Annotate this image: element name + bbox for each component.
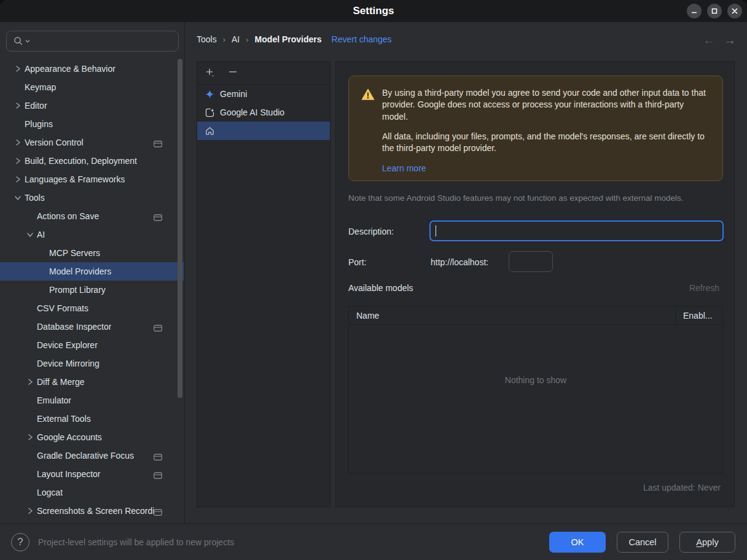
provider-list: Gemini Google AI Studio — [197, 85, 330, 140]
tree-toggle[interactable] — [23, 231, 37, 238]
window-badge-icon — [154, 325, 162, 332]
sidebar-item-prompt-library[interactable]: Prompt Library — [0, 281, 177, 299]
sidebar-item-logcat[interactable]: Logcat — [0, 483, 177, 502]
sidebar-item-database-inspector[interactable]: Database Inspector — [0, 317, 177, 336]
configurable-badge — [154, 213, 162, 223]
sidebar-item-version-control[interactable]: Version Control — [0, 133, 177, 152]
sidebar-item-actions-on-save[interactable]: Actions on Save — [0, 207, 177, 225]
column-header-enabled[interactable]: Enabl... — [675, 306, 722, 325]
add-provider-button[interactable] — [205, 68, 217, 79]
settings-tree: Appearance & BehaviorKeymap EditorPlugin… — [0, 60, 177, 520]
sidebar-item-keymap[interactable]: Keymap — [0, 78, 177, 96]
configurable-badge — [154, 453, 162, 462]
close-button[interactable] — [727, 4, 742, 18]
sidebar-item-label: Logcat — [37, 488, 63, 497]
forward-arrow-icon[interactable]: → — [724, 33, 736, 47]
sidebar-item-label: Appearance & Behavior — [25, 64, 115, 74]
sidebar-item-label: Device Mirroring — [37, 359, 100, 368]
sidebar-item-gradle-declarative-focus[interactable]: Gradle Declarative Focus — [0, 446, 177, 465]
sidebar-item-emulator[interactable]: Emulator — [0, 391, 177, 410]
tree-toggle[interactable] — [23, 378, 37, 386]
breadcrumb-tools[interactable]: Tools — [197, 34, 217, 44]
provider-item-google-ai-studio[interactable]: Google AI Studio — [197, 103, 330, 122]
port-field[interactable] — [509, 251, 553, 272]
help-button[interactable]: ? — [11, 533, 29, 551]
sidebar-item-screenshots-screen-recordi[interactable]: Screenshots & Screen Recordi — [0, 502, 177, 520]
tree-toggle[interactable] — [23, 507, 37, 515]
back-arrow-icon[interactable]: ← — [703, 33, 715, 47]
project-level-hint: Project-level settings will be applied t… — [38, 537, 234, 547]
sidebar-item-layout-inspector[interactable]: Layout Inspector — [0, 465, 177, 483]
cancel-button[interactable]: Cancel — [617, 532, 668, 553]
text-caret — [436, 225, 436, 236]
sidebar-item-label: AI — [37, 230, 45, 239]
tree-toggle[interactable] — [23, 434, 37, 441]
external-models-note: Note that some Android Studio features m… — [348, 193, 684, 203]
maximize-button[interactable] — [707, 4, 722, 18]
window-badge-icon — [154, 509, 162, 516]
sidebar-item-google-accounts[interactable]: Google Accounts — [0, 428, 177, 446]
sidebar-item-label: Tools — [25, 193, 45, 203]
sidebar-item-device-mirroring[interactable]: Device Mirroring — [0, 354, 177, 373]
breadcrumb: Tools › AI › Model Providers Revert chan… — [197, 31, 392, 48]
ok-button[interactable]: OK — [549, 532, 606, 553]
sidebar-item-label: Actions on Save — [37, 211, 99, 221]
revert-changes-link[interactable]: Revert changes — [332, 34, 392, 44]
breadcrumb-model-providers: Model Providers — [255, 34, 322, 44]
learn-more-link[interactable]: Learn more — [382, 163, 426, 173]
tree-toggle[interactable] — [11, 139, 25, 146]
sidebar-item-device-explorer[interactable]: Device Explorer — [0, 336, 177, 354]
sidebar-item-csv-formats[interactable]: CSV Formats — [0, 299, 177, 317]
tree-toggle[interactable] — [11, 157, 25, 165]
description-label: Description: — [348, 227, 394, 236]
sidebar-item-diff-merge[interactable]: Diff & Merge — [0, 373, 177, 391]
sidebar-item-label: Diff & Merge — [37, 377, 85, 387]
apply-button[interactable]: Apply — [679, 532, 735, 553]
minimize-icon — [690, 7, 698, 15]
column-header-name[interactable]: Name — [349, 311, 675, 321]
settings-sidebar: Appearance & BehaviorKeymap EditorPlugin… — [0, 22, 185, 524]
provider-item-gemini[interactable]: Gemini — [197, 85, 330, 103]
sidebar-scrollbar[interactable] — [178, 59, 182, 398]
sidebar-item-tools[interactable]: Tools — [0, 189, 177, 207]
sidebar-item-label: External Tools — [37, 414, 91, 424]
sidebar-item-languages-frameworks[interactable]: Languages & Frameworks — [0, 170, 177, 189]
sidebar-item-label: Google Accounts — [37, 432, 102, 442]
tree-toggle[interactable] — [11, 102, 25, 109]
third-party-warning-banner: By using a third-party model you agree t… — [348, 76, 723, 181]
sidebar-item-appearance-behavior[interactable]: Appearance & Behavior — [0, 60, 177, 78]
add-icon — [205, 68, 217, 79]
remove-provider-button[interactable] — [228, 68, 238, 79]
window-title: Settings — [353, 5, 394, 17]
ai-studio-icon — [205, 107, 215, 118]
description-field[interactable] — [429, 220, 724, 241]
sidebar-item-external-tools[interactable]: External Tools — [0, 410, 177, 428]
sidebar-item-model-providers[interactable]: Model Providers — [0, 262, 184, 281]
search-input[interactable] — [6, 31, 179, 52]
warning-icon — [361, 88, 375, 101]
sidebar-item-plugins[interactable]: Plugins — [0, 115, 177, 133]
tree-toggle[interactable] — [11, 65, 25, 72]
tree-toggle[interactable] — [11, 194, 25, 201]
port-label: Port: — [348, 257, 367, 267]
sidebar-item-editor[interactable]: Editor — [0, 96, 177, 115]
sidebar-item-ai[interactable]: AI — [0, 225, 177, 244]
warning-paragraph-2: All data, including your files, prompts,… — [382, 131, 710, 155]
tree-toggle[interactable] — [11, 176, 25, 183]
window-badge-icon — [154, 472, 162, 479]
breadcrumb-ai[interactable]: AI — [232, 34, 240, 44]
chevron-right-icon — [26, 434, 34, 441]
sidebar-item-label: Model Providers — [49, 266, 111, 276]
window-badge-icon — [154, 214, 162, 221]
remove-icon — [228, 68, 238, 79]
provider-item-new[interactable] — [197, 122, 330, 140]
minimize-button[interactable] — [687, 4, 702, 18]
sidebar-item-label: Screenshots & Screen Recordi — [37, 506, 154, 516]
sidebar-item-mcp-servers[interactable]: MCP Servers — [0, 244, 177, 262]
models-table-header: Name Enabl... — [349, 306, 722, 325]
titlebar: Settings — [0, 0, 747, 22]
refresh-button[interactable]: Refresh — [689, 283, 719, 293]
sidebar-item-label: Database Inspector — [37, 322, 111, 332]
warning-paragraph-1: By using a third-party model you agree t… — [382, 87, 710, 123]
sidebar-item-build-execution-deployment[interactable]: Build, Execution, Deployment — [0, 152, 177, 170]
